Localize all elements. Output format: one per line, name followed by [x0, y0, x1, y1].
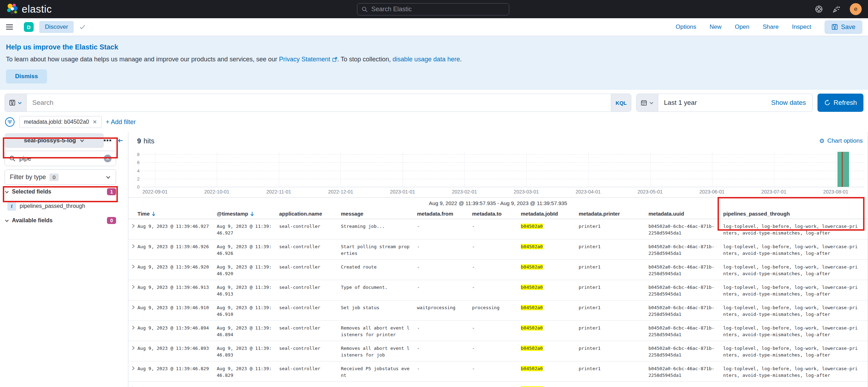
sidebar-field-item[interactable]: tpipelines_passed_through	[5, 199, 116, 213]
chart-x-tick: 2023-04-01	[576, 189, 601, 195]
space-avatar[interactable]: D	[24, 22, 34, 32]
remove-filter-icon[interactable]: ✕	[93, 119, 97, 125]
calendar-icon	[641, 100, 647, 106]
column-header-metadata-from[interactable]: metadata.from	[417, 211, 472, 217]
toolbar-links: OptionsNewOpenShareInspect	[676, 23, 811, 30]
user-avatar[interactable]: e	[850, 3, 862, 15]
telemetry-banner: Help us improve the Elastic Stack To lea…	[0, 36, 868, 90]
date-quick-menu-button[interactable]	[637, 94, 658, 111]
help-icon[interactable]	[815, 5, 823, 13]
toolbar: OptionsNewOpenShareInspect Save	[676, 20, 862, 34]
menu-icon[interactable]	[6, 23, 13, 31]
column-header-metadata-printer[interactable]: metadata.printer	[579, 211, 648, 217]
row-expand-button[interactable]	[130, 223, 137, 229]
filter-menu-icon[interactable]	[5, 117, 15, 127]
cell-metadata-from: waitprocessing	[417, 304, 472, 311]
cell-pipelines-passed-through: log-toplevel, log-before, log-work, lowe…	[723, 365, 868, 379]
filter-pill[interactable]: metadata.jobId: b04502a0 ✕	[19, 116, 102, 128]
row-expand-button[interactable]	[130, 366, 137, 371]
privacy-statement-link[interactable]: Privacy Statement	[279, 56, 330, 63]
column-header-message[interactable]: message	[341, 211, 417, 217]
cell-pipelines-passed-through: log-toplevel, log-before, log-work, lowe…	[723, 223, 868, 236]
show-dates-button[interactable]: Show dates	[765, 94, 812, 111]
row-expand-button[interactable]	[130, 264, 137, 269]
histogram-x-axis: 2022-09-012022-10-012022-11-012022-12-01…	[142, 188, 864, 197]
chart-x-tick: 2023-02-01	[452, 189, 477, 195]
saved-query-menu-button[interactable]	[5, 94, 27, 111]
toolbar-link-options[interactable]: Options	[676, 23, 697, 30]
toolbar-link-new[interactable]: New	[709, 23, 721, 30]
cell-metadata-uuid: b04502a0-6cbc-46ac-871b-2258d5945da1	[648, 243, 723, 257]
highlighted-term: b04502a0	[521, 244, 543, 249]
search-icon	[362, 6, 368, 13]
selected-fields-header[interactable]: Selected fields 1	[5, 188, 116, 196]
chart-x-tick: 2023-06-01	[699, 189, 725, 195]
cell-application-name: seal-controller	[279, 243, 341, 250]
refresh-button[interactable]: Refresh	[817, 94, 863, 112]
chart-x-tick: 2023-05-01	[638, 189, 663, 195]
dismiss-button[interactable]: Dismiss	[6, 69, 47, 83]
row-expand-button[interactable]	[130, 244, 137, 249]
table-row: Aug 9, 2023 @ 11:39:46.920Aug 9, 2023 @ …	[128, 260, 868, 280]
brand-name: elastic	[22, 4, 52, 15]
row-expand-button[interactable]	[130, 284, 137, 290]
chart-options-button[interactable]: ⚙ Chart options	[819, 137, 863, 144]
toolbar-link-share[interactable]: Share	[763, 23, 779, 30]
histogram-chart[interactable]: 86420	[142, 152, 864, 187]
filter-by-type-button[interactable]: Filter by type 0	[5, 169, 116, 185]
chart-x-tick: 2022-12-01	[328, 189, 353, 195]
cell-metadata-printer: printer1	[579, 223, 648, 230]
cell-timestamp: Aug 9, 2023 @ 11:39:46.893	[217, 345, 279, 358]
highlighted-term: b04502a0	[521, 224, 543, 229]
column-header-metadata-jobid[interactable]: metadata.jobId	[521, 211, 579, 217]
cell-metadata-jobid: b04502a0	[521, 304, 579, 311]
row-expand-button[interactable]	[130, 305, 137, 310]
banner-title: Help us improve the Elastic Stack	[6, 43, 862, 51]
sort-desc-icon[interactable]	[250, 211, 254, 216]
toolbar-link-inspect[interactable]: Inspect	[792, 23, 811, 30]
cell-application-name: seal-controller	[279, 284, 341, 291]
elastic-logo[interactable]: elastic	[6, 3, 52, 15]
highlighted-term: b04502a0	[521, 285, 543, 290]
disable-usage-link[interactable]: disable usage data here	[392, 56, 460, 63]
cell-metadata-from: -	[417, 223, 472, 230]
cell-application-name: seal-controller	[279, 264, 341, 270]
chart-options-label: Chart options	[827, 137, 863, 144]
banner-text2: . To stop collection,	[337, 56, 393, 63]
column-header-metadata-to[interactable]: metadata.to	[472, 211, 521, 217]
time-range-value[interactable]: Last 1 year	[658, 94, 765, 111]
sort-desc-icon[interactable]	[152, 211, 156, 216]
cell-application-name: seal-controller	[279, 365, 341, 372]
chart-gridline	[142, 154, 864, 155]
cell-time: Aug 9, 2023 @ 11:39:46.829	[137, 365, 217, 372]
column-header-pipelines-passed-through[interactable]: pipelines_passed_through	[723, 211, 868, 217]
row-expand-button[interactable]	[130, 325, 137, 330]
column-header-metadata-uuid[interactable]: metadata.uuid	[648, 211, 723, 217]
search-icon	[9, 155, 16, 162]
save-button[interactable]: Save	[825, 20, 862, 34]
newsfeed-icon[interactable]	[832, 5, 841, 13]
field-type-token: t	[7, 202, 16, 211]
filter-bar: metadata.jobId: b04502a0 ✕ + Add filter	[5, 115, 863, 129]
chart-y-tick: 2	[133, 176, 140, 181]
breadcrumb[interactable]: Discover	[39, 21, 74, 33]
available-fields-header[interactable]: Available fields 0	[5, 216, 116, 225]
column-header--timestamp[interactable]: @timestamp	[217, 211, 279, 217]
field-search-input[interactable]: pipe ✕	[5, 151, 116, 166]
collapse-sidebar-icon[interactable]	[116, 137, 123, 144]
toolbar-link-open[interactable]: Open	[735, 23, 749, 30]
column-header-application-name[interactable]: application.name	[279, 211, 341, 217]
table-header-row: Time@timestampapplication.namemessagemet…	[128, 209, 868, 219]
cell-timestamp: Aug 9, 2023 @ 11:39:46.910	[217, 304, 279, 318]
histogram-bar[interactable]	[837, 152, 849, 187]
data-view-selector[interactable]: seal-plossys-5-log	[5, 133, 104, 148]
row-expand-button[interactable]	[130, 345, 137, 351]
clear-search-icon[interactable]: ✕	[104, 155, 112, 162]
query-search-input[interactable]: Search	[27, 94, 611, 111]
global-search-input[interactable]: Search Elastic	[357, 3, 509, 15]
cell-metadata-uuid: b04502a0-6cbc-46ac-871b-2258d5945da1	[648, 304, 723, 318]
field-settings-icon[interactable]	[104, 138, 112, 143]
add-filter-button[interactable]: + Add filter	[106, 118, 136, 126]
column-header-time[interactable]: Time	[137, 211, 217, 217]
kql-language-button[interactable]: KQL	[611, 94, 631, 111]
